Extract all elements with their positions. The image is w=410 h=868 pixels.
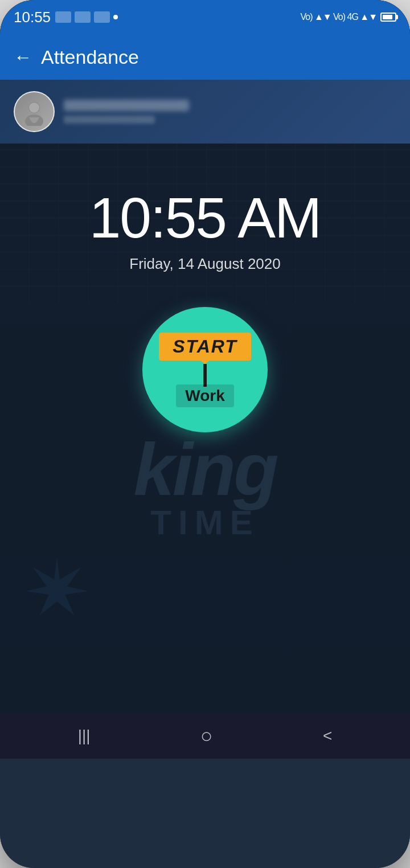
work-text: Work	[185, 387, 225, 404]
home-button[interactable]: ○	[200, 724, 213, 748]
status-time: 10:55	[14, 9, 51, 26]
photo-icon	[55, 11, 71, 23]
app-icon	[94, 11, 110, 23]
message-icon	[75, 11, 91, 23]
bottom-nav: ||| ○ <	[0, 713, 410, 759]
start-label-container: START Work	[159, 333, 251, 407]
starburst-svg	[23, 554, 91, 622]
signal-indicator: Vo) ▲▼ Vo) 4G ▲▼	[301, 12, 378, 22]
start-text: START	[173, 336, 237, 357]
avatar	[14, 91, 55, 132]
app-bar: ← Attendance	[0, 34, 410, 80]
start-work-button[interactable]: START Work	[142, 307, 268, 432]
status-right: Vo) ▲▼ Vo) 4G ▲▼	[301, 12, 397, 22]
clock-date: Friday, 14 August 2020	[129, 255, 280, 273]
clock-time: 10:55 AM	[89, 189, 321, 246]
start-banner: START	[159, 333, 251, 361]
battery-fill	[383, 15, 392, 19]
status-icons	[55, 11, 118, 23]
work-pole	[203, 364, 207, 387]
menu-button[interactable]: |||	[78, 727, 91, 745]
phone-screen: 10:55 Vo) ▲▼ Vo) 4G ▲▼ ← Attenda	[0, 0, 410, 868]
notification-dot	[113, 15, 118, 19]
user-info	[64, 100, 396, 124]
clock-section: king TIME 10:55 AM Friday, 14 August 202…	[0, 144, 410, 713]
svg-point-2	[29, 103, 39, 113]
app-title: Attendance	[41, 46, 139, 68]
user-name-blurred	[64, 100, 189, 111]
svg-marker-3	[26, 557, 88, 615]
starburst-decoration	[23, 554, 91, 622]
status-left: 10:55	[14, 9, 118, 26]
back-button[interactable]: ←	[14, 47, 32, 68]
status-bar: 10:55 Vo) ▲▼ Vo) 4G ▲▼	[0, 0, 410, 34]
battery-icon	[380, 13, 396, 22]
work-base: Work	[176, 384, 234, 407]
user-detail-blurred	[64, 116, 155, 124]
user-strip	[0, 80, 410, 144]
back-nav-button[interactable]: <	[323, 727, 332, 745]
avatar-silhouette	[20, 97, 48, 126]
phone-frame: 10:55 Vo) ▲▼ Vo) 4G ▲▼ ← Attenda	[0, 0, 410, 868]
avatar-placeholder	[15, 92, 54, 131]
